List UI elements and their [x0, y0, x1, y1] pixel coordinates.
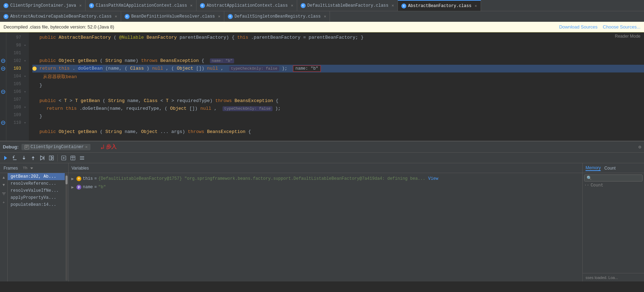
frames-scroll-down-btn[interactable]: ▼ [1, 182, 7, 188]
fold-btn-102[interactable]: ▾ [24, 59, 26, 63]
frames-scrollbar[interactable] [65, 173, 68, 281]
var-expand-name[interactable]: ▶ [70, 185, 75, 190]
tab-close-4[interactable]: ✕ [392, 3, 394, 8]
tab-bean-def-resolver[interactable]: c BeanDefinitionValueResolver.class ✕ [121, 11, 224, 22]
tab-close-1[interactable]: ✕ [79, 3, 82, 8]
tab-client-spring-container[interactable]: c ClientSpringContainer.java ✕ [0, 0, 86, 11]
download-sources-link[interactable]: Download Sources [559, 24, 598, 30]
threads-tab[interactable]: Th [23, 166, 27, 170]
fold-104: ▾ [24, 72, 29, 80]
table-button[interactable] [69, 154, 77, 162]
evaluate-button[interactable] [60, 154, 68, 162]
tab-label-5: AbstractBeanFactory.class [408, 4, 471, 8]
fold-97 [24, 34, 29, 42]
debug-session-close[interactable]: ✕ [85, 145, 88, 149]
tab-abstract-bean-factory[interactable]: c AbstractBeanFactory.class ✕ [398, 0, 481, 11]
var-name-this: this [83, 176, 93, 181]
fold-btn-108[interactable]: ▾ [24, 105, 26, 109]
var-expand-this[interactable]: ▶ [70, 176, 75, 182]
filter-icon[interactable] [1, 191, 7, 197]
svg-marker-32 [30, 167, 33, 169]
right-status-bar: sses loaded. Loa... [583, 273, 644, 281]
tab-icon-5: c [401, 4, 406, 8]
fold-105 [24, 80, 29, 88]
fold-btn-104[interactable]: ▾ [24, 74, 26, 78]
add-frame-button[interactable]: + [1, 199, 7, 206]
svg-rect-21 [52, 156, 54, 158]
tab-icon-3: c [200, 3, 205, 8]
tab-abstract-app-context[interactable]: c AbstractApplicationContext.class ✕ [196, 0, 297, 11]
frames-scroll-up-btn[interactable]: ▲ [1, 174, 7, 181]
fold-btn-98[interactable]: ▾ [24, 43, 26, 47]
run-to-cursor-button[interactable] [38, 154, 46, 162]
frames-header: Frames Th [0, 163, 68, 173]
tab-icon-4: c [301, 3, 306, 8]
count-tab[interactable]: Count [604, 166, 615, 171]
restore-tabs-button[interactable] [78, 154, 86, 162]
step-over-button[interactable] [11, 154, 19, 162]
debug-session-label: ClientSpringContainer [31, 145, 84, 150]
gutter-overrides-103 [0, 65, 6, 72]
fold-btn-106[interactable]: ▾ [24, 90, 26, 94]
tab-classpathxml[interactable]: c ClassPathXmlApplicationContext.class ✕ [86, 0, 196, 11]
resume-button[interactable] [1, 154, 10, 162]
ln-101: 101 [6, 49, 21, 57]
ln-97: 97 [6, 34, 21, 42]
tab-close-6[interactable]: ✕ [115, 14, 117, 19]
tab-icon-2: c [89, 3, 94, 8]
settings-icon[interactable]: ⚙ [638, 144, 641, 150]
step-out-button[interactable] [29, 154, 37, 162]
code-line-108: } [32, 113, 644, 120]
ln-104: 104 [6, 72, 21, 80]
tab-icon-1: c [4, 3, 8, 8]
ln-103: 103 [6, 65, 21, 72]
frame-item-applypropertyva[interactable]: applyPropertyVa... [8, 194, 65, 201]
tab-default-listable[interactable]: c DefaultListableBeanFactory.class ✕ [297, 0, 398, 11]
tab-abstract-autowire[interactable]: c AbstractAutowireCapableBeanFactory.cla… [0, 11, 121, 22]
tab-label-2: ClassPathXmlApplicationContext.class [96, 3, 187, 8]
svg-marker-15 [23, 158, 25, 160]
code-line-98 [32, 42, 644, 49]
ln-105: 105 [6, 80, 21, 88]
view-link-this[interactable]: View [428, 176, 438, 181]
fold-109 [24, 111, 29, 119]
debug-session-tab[interactable]: ClientSpringContainer ✕ [21, 144, 90, 150]
frames-tab[interactable]: Frames [2, 165, 19, 171]
var-name-name: name [83, 185, 93, 190]
override-icon-103 [1, 66, 5, 71]
frame-item-resolvevalueifne[interactable]: resolveValueIfNe... [8, 187, 65, 194]
override-icon-106 [1, 90, 5, 94]
frame-item-resolvereference[interactable]: resolveReferenc... [8, 180, 65, 187]
variables-content: ▶ o this = {DefaultListableBeanFactory@1… [69, 173, 582, 281]
step-annotation-container: ↱ 步入 [100, 142, 117, 151]
var-val-name: "b" [98, 185, 106, 190]
code-line-97: public AbstractBeanFactory ( @Nullable B… [32, 34, 644, 42]
right-panel-header: Memory Count [583, 163, 644, 173]
run-to-cursor-icon [39, 155, 45, 161]
frame-item-getbean[interactable]: getBean:202, Ab... [8, 173, 65, 180]
choose-sources-link[interactable]: Choose Sources... [603, 24, 640, 30]
tab-close-3[interactable]: ✕ [291, 3, 293, 8]
tab-close-7[interactable]: ✕ [218, 14, 220, 19]
fold-106: ▾ [24, 88, 29, 96]
threads-dropdown-icon[interactable] [30, 166, 34, 170]
tab-close-5[interactable]: ✕ [475, 4, 477, 8]
tab-label-1: ClientSpringContainer.java [10, 3, 76, 8]
tab-close-8[interactable]: ✕ [324, 14, 326, 19]
frames-scroll-track [65, 174, 68, 281]
gutter-left [0, 32, 6, 141]
table-icon [70, 155, 76, 161]
step-label: 步入 [106, 144, 117, 150]
tab-default-singleton[interactable]: c DefaultSingletonBeanRegistry.class ✕ [224, 11, 330, 22]
restore-layout-button[interactable] [47, 154, 56, 162]
debug-title: Debug: [3, 144, 19, 150]
tab-close-2[interactable]: ✕ [190, 3, 193, 8]
step-into-button[interactable] [20, 154, 28, 162]
memory-search-input[interactable] [584, 174, 643, 182]
gutter-space-107 [0, 96, 6, 103]
fold-btn-110[interactable]: ▾ [24, 121, 26, 125]
fold-98: ▾ [24, 42, 29, 49]
memory-tab[interactable]: Memory [586, 165, 601, 171]
ln-108: 108 [6, 103, 21, 111]
frame-item-populatebean[interactable]: populateBean:14... [8, 201, 65, 208]
